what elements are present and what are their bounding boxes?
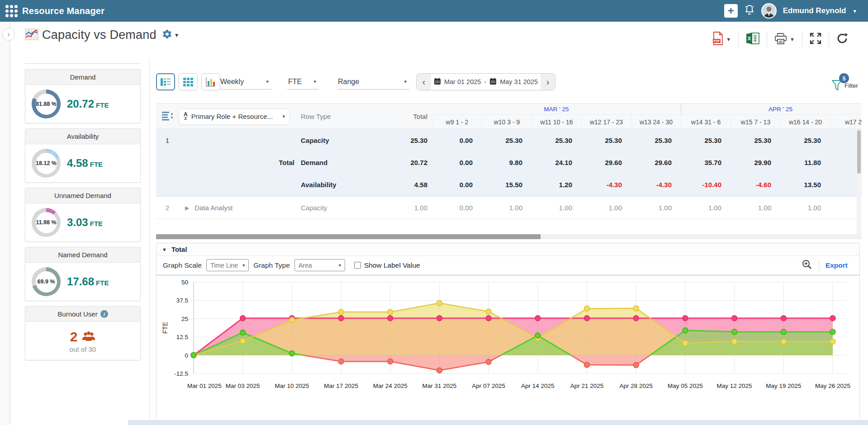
gear-icon [162, 29, 172, 41]
date-from[interactable]: Mar 01 2025 [444, 78, 481, 85]
week-value-cell: 15.50 [482, 181, 531, 189]
line-chart-icon [25, 28, 38, 42]
info-icon[interactable]: i [100, 310, 108, 318]
card-title: Burnout Useri [25, 307, 140, 322]
graph-scale-select[interactable]: Time Line▾ [206, 259, 249, 271]
user-name[interactable]: Edmund Reynold [783, 6, 846, 15]
week-value-cell: 24.10 [531, 159, 581, 166]
gauge-percent: 81.88 % [36, 94, 57, 115]
date-to[interactable]: May 31 2025 [500, 78, 538, 85]
week-value-cell: 25.30 [780, 137, 830, 144]
card-title: Named Demand [25, 247, 140, 263]
total-column-header: Total [378, 104, 432, 129]
zoom-in-icon[interactable] [802, 259, 812, 272]
area-chart: 5037.52512.50-12.5FTEMar 01 2025Mar 03 2… [157, 277, 859, 397]
total-cell: 20.72 [378, 159, 432, 166]
collapse-triangle-icon: ▼ [162, 247, 167, 252]
summary-sidebar: Demand81.88 %20.72FTEAvailability18.12 %… [25, 63, 141, 64]
fte-value: 4.58FTE [67, 157, 103, 170]
gauge-percent: 69.9 % [36, 271, 57, 293]
graph-type-select[interactable]: Area▾ [294, 259, 345, 271]
expand-arrow-icon[interactable]: ▶ [185, 205, 189, 211]
print-button[interactable]: ▼ [767, 33, 802, 47]
show-label-value-checkbox[interactable]: Show Label Value [354, 261, 420, 269]
svg-text:May 05 2025: May 05 2025 [668, 382, 703, 389]
row-type-cell: Demand [301, 159, 378, 166]
total-section-header[interactable]: ▼ Total [157, 243, 859, 256]
range-mode-select[interactable]: Range▾ [337, 74, 409, 90]
svg-text:37.5: 37.5 [176, 297, 188, 304]
row-type-cell: Capacity [301, 137, 378, 144]
view-settings-button[interactable]: ▼ [162, 29, 180, 41]
fullscreen-icon [810, 33, 821, 46]
table-group-data-analyst[interactable]: 2▶Data AnalystCapacity1.000.001.001.001.… [156, 197, 862, 219]
table-group-total[interactable]: 1TotalCapacity25.300.0025.3025.3025.3025… [156, 129, 862, 197]
burnout-count: 2 [70, 329, 96, 345]
group-name: Total [179, 129, 301, 196]
week-column-header: w14 31 - 6 [681, 115, 730, 129]
table-body: 1TotalCapacity25.300.0025.3025.3025.3025… [156, 129, 862, 219]
card-body: 18.12 %4.58FTE [25, 144, 140, 182]
week-value-cell: 1.00 [581, 204, 631, 212]
expand-panel-button[interactable]: › [2, 28, 15, 41]
week-value-cell: 29.60 [631, 159, 681, 166]
sort-rows-icon[interactable] [161, 111, 173, 123]
notifications-bell-icon[interactable] [744, 4, 755, 18]
svg-text:Apr 21 2025: Apr 21 2025 [570, 382, 604, 389]
total-cell: 25.30 [378, 137, 432, 144]
week-value-cell: 13.50 [780, 181, 830, 189]
chevron-down-icon: ▾ [339, 263, 341, 268]
export-chart-link[interactable]: Export [825, 261, 848, 269]
avatar[interactable] [761, 3, 777, 19]
chart-grid-view-toggle[interactable] [156, 73, 175, 90]
interval-select[interactable]: Weekly▾ [219, 74, 271, 90]
excel-export-button[interactable]: X [739, 32, 767, 47]
svg-text:Mar 03 2025: Mar 03 2025 [226, 382, 260, 389]
chevron-down-icon[interactable]: ▾ [853, 8, 856, 14]
chevron-down-icon: ▾ [404, 79, 407, 85]
graph-controls: Graph Scale Time Line▾ Graph Type Area▾ … [157, 256, 859, 276]
page-horizontal-scrollbar[interactable] [128, 420, 868, 425]
filter-button[interactable]: 5 Filter [831, 79, 859, 94]
fullscreen-button[interactable] [802, 33, 829, 46]
horizontal-scrollbar[interactable] [156, 234, 862, 239]
week-value-cell: 1.00 [730, 204, 780, 212]
users-icon [82, 329, 95, 345]
date-separator: - [484, 78, 486, 85]
previous-period-button[interactable]: ‹ [417, 74, 431, 90]
svg-text:Mar 17 2025: Mar 17 2025 [324, 382, 358, 389]
donut-gauge: 11.98 % [32, 208, 61, 237]
week-value-cell: 1.00 [482, 204, 531, 212]
fte-value: 3.03FTE [67, 216, 103, 229]
next-period-button[interactable]: › [541, 74, 555, 90]
filter-count-badge: 5 [839, 73, 849, 83]
burnout-denominator: out of 30 [70, 345, 96, 353]
row-type-cell: Capacity [301, 204, 378, 212]
pdf-export-button[interactable]: PDF ▼ [705, 32, 738, 47]
vertical-scrollbar[interactable] [857, 129, 861, 238]
month-header: APR ' 25 [681, 104, 862, 114]
summary-card-burnout-user: Burnout Useri2out of 30 [25, 306, 141, 360]
calendar-icon [434, 78, 441, 86]
main-content: Weekly▾ FTE▾ Range▾ ‹ Mar 01 2025 - May … [156, 59, 862, 425]
refresh-button[interactable] [829, 33, 855, 46]
week-column-header: w17 21 [830, 115, 862, 129]
week-column-header: w12 17 - 23 [581, 115, 631, 129]
donut-gauge: 18.12 % [32, 149, 61, 178]
unit-select[interactable]: FTE▾ [287, 74, 319, 90]
group-by-select[interactable]: AZ Primary Role + Resource... ▾ [179, 109, 290, 125]
svg-text:12.5: 12.5 [176, 334, 188, 340]
page-title: Capacity vs Demand [42, 28, 157, 42]
gauge-percent: 18.12 % [36, 153, 57, 174]
row-number: 1 [156, 129, 179, 196]
add-icon[interactable]: + [724, 4, 738, 18]
calendar-icon [489, 78, 497, 86]
apps-grid-icon[interactable] [5, 5, 18, 17]
week-value-cell: 9.80 [482, 159, 531, 166]
week-value-cell: 35.70 [681, 159, 730, 166]
svg-text:0: 0 [185, 352, 188, 359]
view-toolbar: Weekly▾ FTE▾ Range▾ ‹ Mar 01 2025 - May … [156, 72, 862, 92]
svg-text:X: X [748, 36, 751, 41]
grid-view-toggle[interactable] [179, 73, 198, 90]
bar-chart-view-toggle[interactable] [201, 73, 220, 90]
